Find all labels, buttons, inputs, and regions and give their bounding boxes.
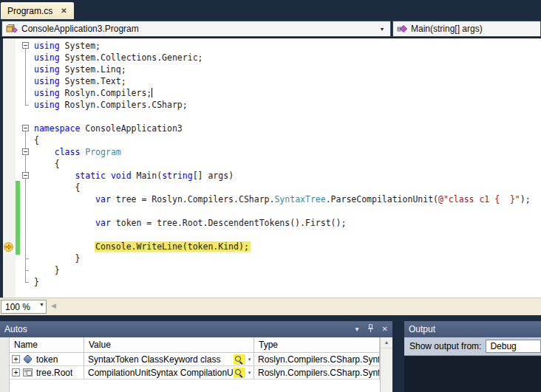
name-cell: +token — [10, 353, 84, 365]
code-segment — [34, 171, 75, 181]
code-line[interactable]: class Program — [34, 146, 531, 158]
output-source-dropdown[interactable]: Debug — [486, 340, 541, 353]
code-segment: using — [34, 88, 60, 98]
output-panel: Output Show output from: Debug — [404, 321, 541, 392]
zoom-level-dropdown[interactable]: 100 % ▼ — [1, 300, 47, 314]
code-segment: var — [95, 194, 111, 204]
fold-collapse-icon[interactable]: − — [22, 125, 29, 131]
close-icon[interactable]: ✕ — [382, 326, 388, 333]
class-icon — [6, 24, 18, 34]
chevron-down-icon[interactable]: ▼ — [377, 21, 387, 36]
code-line[interactable] — [34, 205, 531, 217]
code-segment: { — [34, 135, 39, 145]
vs-ide-window: Program.cs ✕ ConsoleApplication3.Program… — [0, 0, 541, 392]
code-line[interactable]: var token = tree.Root.DescendentTokens()… — [34, 217, 531, 229]
type-cell: Roslyn.Compilers.CSharp.Synta — [254, 353, 380, 365]
code-line[interactable] — [34, 111, 531, 123]
fold-collapse-icon[interactable]: − — [22, 148, 29, 155]
code-line[interactable]: static void Main(string[] args) — [34, 170, 531, 182]
scroll-up-icon[interactable]: ▲ — [381, 337, 392, 348]
code-segment: { — [34, 182, 80, 193]
hscroll-left-arrow-icon[interactable]: ◀ — [51, 302, 56, 309]
code-segment: SyntaxTree — [274, 194, 325, 204]
column-header-type[interactable]: Type — [254, 337, 380, 352]
fold-collapse-icon[interactable]: − — [22, 42, 29, 49]
type-dropdown-value: ConsoleApplication3.Program — [21, 24, 139, 34]
visualizer-dropdown-icon[interactable]: ▾ — [245, 357, 254, 362]
code-segment: [] args) — [193, 171, 234, 181]
code-segment: using — [34, 41, 60, 51]
fold-end-tick — [25, 258, 29, 259]
autos-row[interactable]: +tokenSyntaxToken ClassKeyword class▾Ros… — [10, 353, 380, 366]
expand-icon[interactable]: + — [12, 368, 20, 376]
fold-collapse-icon[interactable]: − — [22, 172, 29, 179]
pin-icon[interactable] — [367, 324, 374, 334]
code-segment — [34, 218, 95, 228]
member-dropdown[interactable]: Main(string[] args) — [392, 21, 541, 37]
variable-value: SyntaxToken ClassKeyword class — [88, 354, 233, 365]
code-line[interactable]: { — [34, 182, 531, 193]
code-line[interactable]: using Roslyn.Compilers; — [34, 87, 531, 99]
code-line[interactable]: { — [34, 158, 531, 170]
code-segment — [106, 171, 111, 181]
code-segment: } — [34, 265, 60, 275]
autos-panel: Autos ▾ ✕ Name Value Type +tok — [0, 321, 392, 392]
code-segment: string — [162, 171, 193, 181]
code-line[interactable]: using System.Linq; — [34, 63, 531, 75]
autos-title-bar[interactable]: Autos ▾ ✕ — [0, 321, 392, 337]
type-cell: Roslyn.Compilers.CSharp.Synta — [254, 366, 380, 379]
fold-end-tick — [25, 270, 29, 271]
column-header-name[interactable]: Name — [10, 337, 84, 352]
code-segment: Main( — [132, 171, 163, 181]
code-line[interactable]: using System; — [34, 40, 531, 52]
magnifier-icon[interactable] — [234, 354, 245, 365]
column-header-value[interactable]: Value — [84, 337, 254, 352]
chevron-down-icon[interactable]: ▼ — [39, 302, 44, 307]
tab-close-icon[interactable]: ✕ — [61, 7, 67, 15]
outline-margin[interactable]: −−−− — [0, 38, 34, 298]
member-dropdown-value: Main(string[] args) — [411, 24, 483, 34]
code-line[interactable]: using Roslyn.Compilers.CSharp; — [34, 99, 531, 111]
magnifier-icon[interactable] — [234, 368, 245, 378]
code-line[interactable]: using System.Collections.Generic; — [34, 52, 531, 63]
code-line[interactable]: namespace ConsoleApplication3 — [34, 123, 531, 134]
code-editor[interactable]: −−−− using System;using System.Collectio… — [0, 38, 541, 298]
code-line[interactable] — [34, 229, 531, 241]
fold-end-tick — [25, 105, 29, 106]
code-segment: using — [34, 100, 60, 110]
zoom-level-value: 100 % — [5, 302, 30, 312]
local-variable-icon — [23, 354, 33, 364]
code-line[interactable]: Console.WriteLine(token.Kind); — [34, 241, 531, 252]
autos-vertical-scrollbar[interactable]: ▲ — [380, 337, 392, 392]
expand-icon[interactable]: + — [12, 355, 20, 363]
editor-navigation-bar: ConsoleApplication3.Program ▼ Main(strin… — [0, 19, 541, 38]
code-segment: System.Text; — [60, 76, 126, 86]
code-line[interactable]: } — [34, 252, 531, 264]
variable-name: token — [36, 354, 58, 365]
tab-program-cs[interactable]: Program.cs ✕ — [1, 2, 74, 19]
output-title: Output — [409, 324, 435, 334]
code-line[interactable]: } — [34, 276, 531, 288]
window-menu-icon[interactable]: ▾ — [355, 326, 359, 333]
code-segment: using — [34, 64, 60, 75]
output-content[interactable] — [404, 356, 541, 392]
code-segment: class — [55, 147, 81, 157]
autos-title: Autos — [4, 324, 27, 334]
text-caret — [152, 88, 152, 97]
code-segment: Program — [85, 147, 120, 157]
fold-guide — [25, 49, 26, 105]
code-line[interactable]: using System.Text; — [34, 75, 531, 87]
code-segment: ); — [520, 194, 531, 204]
code-segment: .ParseCompilationUnit( — [326, 194, 438, 204]
code-line[interactable]: { — [34, 134, 531, 146]
code-segment: { — [34, 159, 60, 169]
visualizer-dropdown-icon[interactable]: ▾ — [245, 370, 254, 376]
output-title-bar[interactable]: Output — [404, 321, 541, 337]
code-segment — [34, 241, 95, 252]
autos-row[interactable]: +tree.RootCompilationUnitSyntax Compilat… — [10, 366, 380, 379]
type-dropdown[interactable]: ConsoleApplication3.Program ▼ — [1, 21, 391, 37]
code-line[interactable]: var tree = Roslyn.Compilers.CSharp.Synta… — [34, 193, 531, 205]
code-line[interactable]: } — [34, 264, 531, 276]
code-segment: var — [95, 218, 111, 228]
code-segment: namespace — [34, 123, 80, 134]
